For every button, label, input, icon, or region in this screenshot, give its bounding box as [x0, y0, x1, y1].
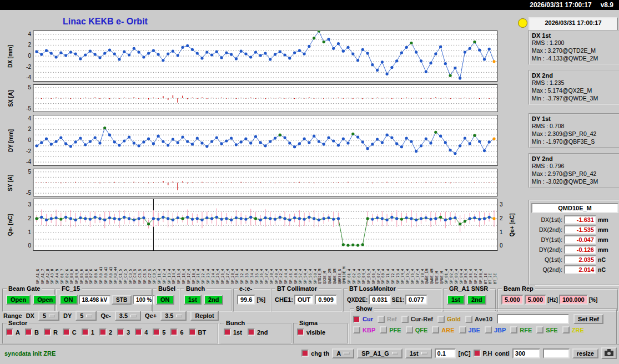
- sigma-visible-checkbox[interactable]: visible: [297, 328, 325, 336]
- sector-checkbox-3[interactable]: 3: [117, 328, 130, 336]
- monitor-unit: nC: [598, 266, 606, 273]
- charge-chart[interactable]: 33221100: [20, 199, 509, 252]
- show-gold-checkbox[interactable]: Gold: [437, 316, 461, 323]
- sx-steering-chart[interactable]: 5-5: [20, 84, 509, 113]
- bpm-select-value: SP_A1_G: [361, 350, 389, 357]
- bpm-label: SP_C5_5: [138, 269, 142, 284]
- che1-state-readout: OUT: [294, 295, 314, 305]
- bpm-label: SP_B2_6: [66, 269, 69, 284]
- se1-readout: 0.077: [405, 295, 427, 305]
- show-ave10-checkbox[interactable]: Ave10: [465, 316, 492, 323]
- sy-steering-chart[interactable]: 5-5: [20, 169, 509, 198]
- checkbox-box: [465, 316, 472, 323]
- resize-button[interactable]: resize: [572, 348, 598, 358]
- bt-collimator-group: BT Collimator CHE1: OUT 0.909: [271, 289, 342, 312]
- bpm-label: SP_42_4: [279, 269, 283, 284]
- monitor-label: DY(2nd):: [531, 246, 562, 253]
- range-dy-value: 5: [80, 312, 83, 319]
- sector-checkbox-1[interactable]: 1: [82, 328, 94, 336]
- gr-snsr-2nd-button[interactable]: 2nd: [467, 295, 487, 305]
- sector-checkbox-bt[interactable]: BT: [189, 328, 207, 336]
- sector-checkbox-b[interactable]: B: [25, 328, 39, 336]
- set-ref-button[interactable]: Set Ref: [573, 314, 603, 324]
- interval-input[interactable]: [512, 348, 540, 358]
- group-title: Sigma: [298, 320, 319, 326]
- checkbox-box: [437, 316, 445, 323]
- bpm-label: SP_82_4: [450, 269, 454, 284]
- bunch-1st-button[interactable]: 1st: [184, 295, 202, 305]
- checkbox-box: [99, 328, 107, 336]
- svg-text:2: 2: [28, 126, 31, 132]
- titlebar: 2026/03/31 17:00:17v8.9: [0, 0, 619, 10]
- fc15-on-button[interactable]: ON: [59, 295, 78, 305]
- bpm-label: SP_A1_G: [36, 269, 40, 284]
- range-qe-plus-select[interactable]: 3.5: [160, 311, 187, 321]
- gr-snsr-1st-button[interactable]: 1st: [447, 295, 465, 305]
- show-zre-checkbox[interactable]: ZRE: [562, 326, 584, 333]
- bunch-1st-checkbox[interactable]: 1st: [224, 328, 242, 336]
- bunch-select[interactable]: 1st: [405, 348, 432, 358]
- ph-checkbox[interactable]: P.H: [474, 350, 492, 357]
- show-cur-checkbox[interactable]: Cur: [353, 316, 373, 323]
- bpm-label: SP_C1_5: [119, 269, 123, 284]
- bpm-label-strip: SP_A1_GSP_A1_7SP_A2_8SP_A3_8SP_A4_9SP_B1…: [20, 251, 509, 286]
- show-cur-ref-checkbox[interactable]: Cur-Ref: [401, 316, 433, 323]
- sector-checkbox-5[interactable]: 5: [153, 328, 165, 336]
- bpm-select[interactable]: SP_A1_G: [357, 348, 402, 358]
- fc15-stb-button[interactable]: STB: [112, 295, 132, 305]
- bpm-label: SP_36_4: [260, 269, 264, 284]
- show-ref-checkbox[interactable]: Ref: [378, 316, 397, 323]
- dx-orbit-chart[interactable]: 420-2-4: [20, 31, 509, 83]
- aux-input[interactable]: [543, 348, 570, 358]
- beam-gate-open-1-button[interactable]: Open: [6, 295, 31, 305]
- show-sfe-checkbox[interactable]: SFE: [536, 326, 557, 333]
- group-title: BuSel: [157, 285, 177, 292]
- beam-gate-group: Beam Gate Open Open: [2, 289, 56, 312]
- show-pfe-checkbox[interactable]: PFE: [380, 326, 401, 333]
- threshold-input[interactable]: [435, 348, 456, 358]
- checkbox-box: [117, 328, 124, 336]
- bpm-label: SP_73_4: [396, 269, 400, 284]
- dy-orbit-chart[interactable]: 420-2-4: [20, 115, 509, 167]
- ref-file-input[interactable]: [497, 314, 569, 324]
- show-qfe-checkbox[interactable]: QFE: [406, 326, 428, 333]
- show-kbp-checkbox[interactable]: KBP: [353, 326, 375, 333]
- checkbox-box: [406, 326, 413, 333]
- sector-checkbox-r[interactable]: R: [44, 328, 58, 336]
- checkbox-box: [562, 326, 570, 333]
- replot-button[interactable]: Replot: [190, 311, 218, 321]
- group-title: FC_15: [60, 285, 82, 292]
- bpm-label: SP_A4_9: [56, 269, 59, 284]
- sector-select[interactable]: A: [332, 348, 354, 358]
- bpm-label: SP_C3_5: [129, 269, 133, 284]
- screenshot-button[interactable]: [601, 347, 617, 359]
- beam-gate-open-2-button[interactable]: Open: [33, 295, 57, 305]
- busel-on-button[interactable]: ON: [156, 295, 174, 305]
- checkbox-box: [25, 328, 32, 336]
- beam-rep-pct-readout: 100.000: [559, 295, 588, 305]
- sector-checkbox-6[interactable]: 6: [170, 328, 183, 336]
- bpm-label: SP_B7_6: [89, 269, 93, 284]
- bpm-label: SP_87_4: [474, 269, 478, 284]
- bpm-label: SP_R0_41: [99, 267, 103, 284]
- show-jbp-checkbox[interactable]: JBP: [485, 326, 506, 333]
- sector-checkbox-a[interactable]: A: [6, 328, 20, 336]
- bpm-label: SP_35_4: [255, 269, 259, 284]
- range-qe-minus-select[interactable]: 3.5: [115, 311, 141, 321]
- bpm-label: SP_11_4: [158, 269, 162, 284]
- show-jbe-checkbox[interactable]: JBE: [459, 326, 480, 333]
- sector-checkbox-c[interactable]: C: [63, 328, 77, 336]
- show-are-checkbox[interactable]: ARE: [432, 326, 454, 333]
- bpm-label: SP_13_4: [168, 269, 172, 284]
- checkbox-box: [248, 328, 255, 336]
- show-rfe-checkbox[interactable]: RFE: [510, 326, 532, 333]
- sector-checkbox-4[interactable]: 4: [135, 328, 148, 336]
- range-dy-select[interactable]: 5: [76, 311, 97, 321]
- chg-th-checkbox[interactable]: chg th: [301, 350, 329, 357]
- bunch-2nd-checkbox[interactable]: 2nd: [248, 328, 268, 336]
- status-message: syncdata init ZRE: [4, 350, 56, 357]
- sector-checkbox-2[interactable]: 2: [99, 328, 112, 336]
- bunch-2nd-button[interactable]: 2nd: [204, 295, 224, 305]
- range-qe-minus-value: 3.5: [119, 312, 128, 319]
- range-dx-select[interactable]: 5: [38, 311, 59, 321]
